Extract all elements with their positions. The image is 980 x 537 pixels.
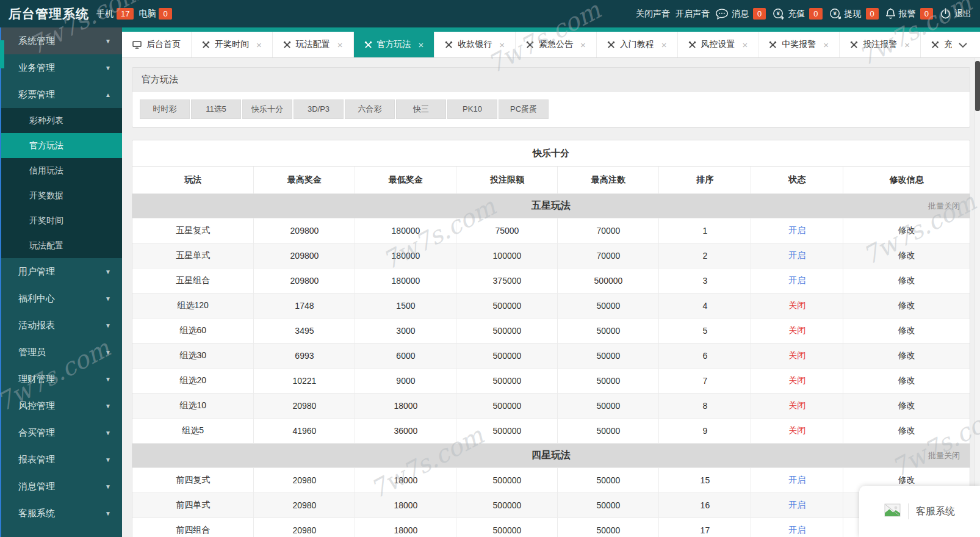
tab-item[interactable]: 官方玩法× — [354, 32, 435, 57]
status-link[interactable]: 关闭 — [788, 425, 805, 435]
sidebar-item[interactable]: 彩票管理▲ — [0, 81, 122, 108]
tab-close-icon[interactable]: × — [580, 40, 586, 50]
status-link[interactable]: 关闭 — [788, 375, 805, 385]
status-link[interactable]: 开启 — [788, 250, 805, 260]
game-filter-button[interactable]: 时时彩 — [140, 99, 190, 119]
page-scrollbar-thumb[interactable] — [975, 61, 980, 111]
tab-item[interactable]: 收款银行× — [434, 32, 516, 57]
tab-close-icon[interactable]: × — [823, 40, 829, 50]
modify-link[interactable]: 修改 — [898, 475, 915, 485]
sidebar: 系统管理▼业务管理▼彩票管理▲彩种列表官方玩法信用玩法开奖数据开奖时间玩法配置用… — [0, 27, 122, 537]
game-filter-button[interactable]: 快三 — [396, 99, 446, 119]
batch-close-link[interactable]: 批量关闭 — [928, 194, 960, 218]
modify-link[interactable]: 修改 — [898, 350, 915, 360]
status-link[interactable]: 开启 — [788, 500, 805, 510]
table-row: 组选12017481500500000500004关闭修改 — [132, 294, 970, 319]
tab-item[interactable]: 投注报警× — [840, 32, 921, 57]
sidebar-item[interactable]: 用户管理▼ — [0, 258, 122, 285]
sidebar-item[interactable]: 风控管理▼ — [0, 392, 122, 419]
sidebar-item[interactable]: 消息管理▼ — [0, 473, 122, 500]
tab-item[interactable]: 紧急公告× — [516, 32, 597, 57]
status-link[interactable]: 关闭 — [788, 325, 805, 335]
sidebar-item[interactable]: 管理员▼ — [0, 339, 122, 366]
topbar-action-退出[interactable]: 退出 — [940, 8, 971, 20]
play-name-cell: 前四组合 — [132, 518, 254, 537]
modify-link[interactable]: 修改 — [898, 250, 915, 260]
sidebar-item[interactable]: 福利中心▼ — [0, 285, 122, 312]
tab-item[interactable]: 玩法配置× — [273, 32, 354, 57]
tab-item[interactable]: 风控设置× — [678, 32, 759, 57]
tab-close-icon[interactable]: × — [499, 40, 505, 50]
sidebar-scrollbar-thumb[interactable] — [0, 40, 4, 68]
sidebar-subitem[interactable]: 开奖数据 — [0, 183, 122, 208]
modify-link[interactable]: 修改 — [898, 425, 915, 435]
sidebar-item[interactable]: 系统管理▼ — [0, 27, 122, 54]
game-filter-button[interactable]: PC蛋蛋 — [499, 99, 549, 119]
tab-close-icon[interactable]: × — [337, 40, 343, 50]
value-cell: 20980 — [254, 518, 355, 537]
sidebar-item[interactable]: 业务管理▼ — [0, 54, 122, 81]
modify-link[interactable]: 修改 — [898, 275, 915, 285]
chevron-down-icon: ▼ — [105, 349, 111, 356]
tab-close-icon[interactable]: × — [661, 40, 667, 50]
tab-close-icon[interactable]: × — [904, 40, 910, 50]
tab-close-icon[interactable]: × — [743, 40, 748, 50]
recharge-icon: ¥ — [773, 8, 785, 20]
sidebar-subitem[interactable]: 开奖时间 — [0, 208, 122, 233]
value-cell: 4 — [659, 294, 751, 319]
status-link[interactable]: 关闭 — [788, 400, 805, 410]
sidebar-subitem[interactable]: 玩法配置 — [0, 233, 122, 258]
panel-title: 官方玩法 — [132, 68, 970, 92]
status-link[interactable]: 开启 — [788, 275, 805, 285]
modify-link[interactable]: 修改 — [898, 400, 915, 410]
status-link[interactable]: 开启 — [788, 525, 805, 535]
sidebar-item[interactable]: 理财管理▼ — [0, 366, 122, 392]
game-filter-button[interactable]: 3D/P3 — [294, 99, 344, 119]
topbar-action-消息[interactable]: 消息0 — [715, 8, 767, 20]
tab-item[interactable]: 开奖时间× — [192, 32, 273, 57]
game-filter-button[interactable]: 快乐十分 — [242, 99, 292, 119]
game-filter-button[interactable]: 11选5 — [191, 99, 241, 119]
modify-link[interactable]: 修改 — [898, 325, 915, 335]
tab-item[interactable]: 中奖报警× — [758, 32, 840, 57]
sidebar-item[interactable]: 客服系统▼ — [0, 500, 122, 527]
status-link[interactable]: 关闭 — [788, 350, 805, 360]
sidebar-item-label: 理财管理 — [18, 373, 55, 385]
status-link[interactable]: 关闭 — [788, 300, 805, 310]
page-scrollbar[interactable] — [974, 58, 980, 537]
sidebar-item[interactable]: 报表管理▼ — [0, 446, 122, 473]
topbar-action-报警[interactable]: 报警0 — [885, 8, 934, 20]
broken-image-icon — [884, 503, 901, 519]
tab-item[interactable]: 充值 — [921, 32, 952, 57]
game-filter-button[interactable]: PK10 — [447, 99, 497, 119]
play-name-cell: 组选5 — [132, 419, 254, 444]
modify-link[interactable]: 修改 — [898, 225, 915, 235]
status-link[interactable]: 开启 — [788, 225, 805, 235]
status-link[interactable]: 开启 — [788, 475, 805, 485]
modify-link[interactable]: 修改 — [898, 375, 915, 385]
status-cell: 关闭 — [751, 419, 843, 444]
value-cell: 50000 — [558, 344, 659, 369]
batch-close-link[interactable]: 批量关闭 — [928, 444, 960, 467]
customer-service-widget[interactable]: 客服系统 — [859, 486, 980, 537]
sidebar-subitem[interactable]: 彩种列表 — [0, 108, 122, 133]
tab-item[interactable]: 后台首页 — [122, 32, 192, 57]
topbar-action-充值[interactable]: ¥充值0 — [773, 8, 823, 20]
chevron-down-icon: ▼ — [105, 295, 111, 302]
modify-link[interactable]: 修改 — [898, 300, 915, 310]
value-cell: 500000 — [558, 268, 659, 294]
sidebar-subitem[interactable]: 信用玩法 — [0, 158, 122, 183]
sidebar-item[interactable]: 合买管理▼ — [0, 419, 122, 446]
sidebar-subitem[interactable]: 官方玩法 — [0, 133, 122, 158]
tab-item[interactable]: 入门教程× — [597, 32, 678, 57]
game-filter-button[interactable]: 六合彩 — [345, 99, 395, 119]
status-cell: 关闭 — [751, 369, 843, 394]
topbar-action-提现[interactable]: ¥提现0 — [829, 8, 880, 20]
sidebar-item[interactable]: 活动报表▼ — [0, 312, 122, 339]
chevron-up-icon: ▲ — [105, 92, 111, 98]
topbar-action-开启声音[interactable]: 开启声音 — [676, 9, 710, 20]
tab-close-icon[interactable]: × — [256, 40, 262, 50]
tab-close-icon[interactable]: × — [419, 40, 424, 50]
tab-overflow-dropdown[interactable] — [952, 32, 974, 57]
topbar-action-关闭声音[interactable]: 关闭声音 — [636, 9, 670, 20]
